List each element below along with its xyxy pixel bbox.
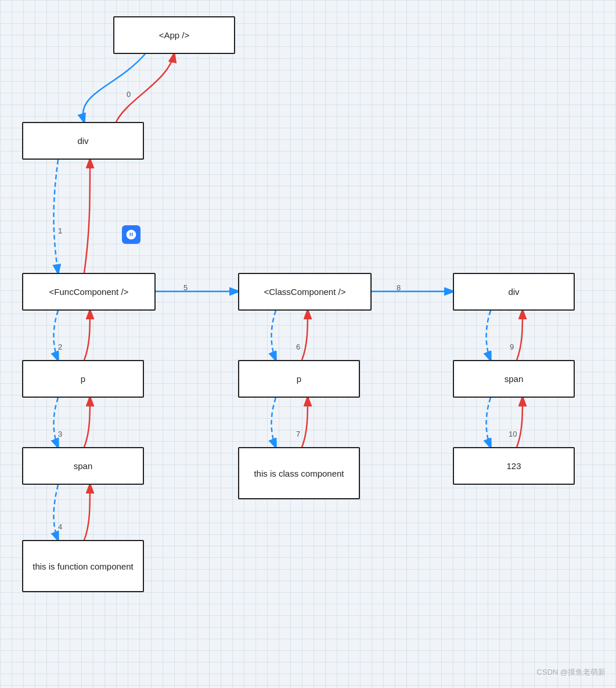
div2-node: div xyxy=(453,273,575,311)
label-7: 7 xyxy=(296,430,300,438)
span2-node: span xyxy=(453,360,575,398)
label-3: 3 xyxy=(58,430,62,438)
label-6: 6 xyxy=(296,343,300,351)
label-9: 9 xyxy=(510,343,514,351)
classcomp-node: <ClassComponent /> xyxy=(238,273,372,311)
text1-node: this is function component xyxy=(22,540,144,592)
div1-node: div xyxy=(22,122,144,160)
label-2: 2 xyxy=(58,343,62,351)
text3-node: 123 xyxy=(453,447,575,485)
p1-node: p xyxy=(22,360,144,398)
app-node: <App /> xyxy=(113,16,235,54)
label-1: 1 xyxy=(58,226,62,235)
func-node: <FuncComponent /> xyxy=(22,273,156,311)
label-5: 5 xyxy=(183,283,188,292)
label-10: 10 xyxy=(509,430,517,438)
watermark: CSDN @摸鱼老萌新 xyxy=(536,667,606,678)
p2-node: p xyxy=(238,360,360,398)
badge-icon xyxy=(122,225,141,244)
text2-node: this is class component xyxy=(238,447,360,499)
label-0: 0 xyxy=(127,90,131,99)
label-8: 8 xyxy=(397,283,401,292)
label-4: 4 xyxy=(58,523,62,531)
span1-node: span xyxy=(22,447,144,485)
